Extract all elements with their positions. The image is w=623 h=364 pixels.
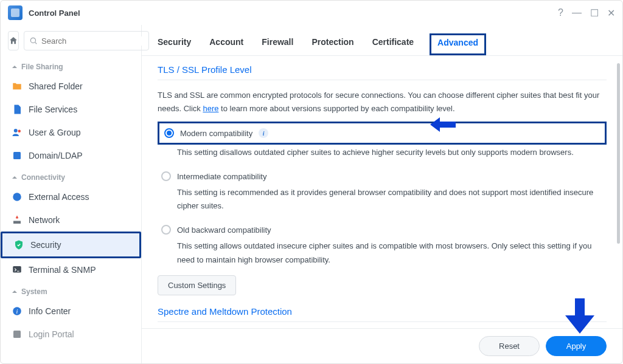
portal-icon xyxy=(12,329,23,340)
radio-intermediate-compatibility[interactable]: Intermediate compatibility xyxy=(161,168,607,185)
info-icon: i xyxy=(12,306,23,317)
old-desc: This setting allows outdated insecure ci… xyxy=(177,239,607,266)
sidebar-item-domain-ldap[interactable]: Domain/LDAP xyxy=(1,144,141,167)
sidebar-item-user-group[interactable]: User & Group xyxy=(1,121,141,144)
sidebar-item-terminal-snmp[interactable]: Terminal & SNMP xyxy=(1,258,141,281)
tab-security[interactable]: Security xyxy=(155,33,193,55)
tab-bar: Security Account Firewall Protection Cer… xyxy=(142,25,622,56)
svg-point-3 xyxy=(18,130,21,133)
modern-desc: This setting disallows outdated cipher s… xyxy=(177,146,607,159)
tab-firewall[interactable]: Firewall xyxy=(259,33,296,55)
tab-account[interactable]: Account xyxy=(207,33,246,55)
svg-point-2 xyxy=(14,129,18,132)
svg-rect-7 xyxy=(13,266,21,273)
radio-icon xyxy=(164,128,174,138)
sidebar-item-security[interactable]: Security xyxy=(1,232,141,258)
file-icon xyxy=(12,104,23,115)
apply-button[interactable]: Apply xyxy=(546,336,607,356)
directory-icon xyxy=(12,150,23,161)
footer: Reset Apply xyxy=(142,328,622,363)
svg-point-5 xyxy=(13,193,21,201)
sidebar: File Sharing Shared Folder File Services… xyxy=(1,25,142,363)
chevron-up-icon xyxy=(12,289,18,295)
close-icon[interactable]: ✕ xyxy=(607,7,615,19)
tab-advanced[interactable]: Advanced xyxy=(430,33,486,55)
radio-modern-compatibility[interactable]: Modern compatibility i xyxy=(158,122,607,145)
sidebar-item-file-services[interactable]: File Services xyxy=(1,98,141,121)
reset-button[interactable]: Reset xyxy=(479,336,540,356)
intermediate-desc: This setting is recommended as it provid… xyxy=(177,186,607,213)
content-area: TLS / SSL Profile Level TLS and SSL are … xyxy=(142,56,622,328)
svg-rect-10 xyxy=(13,331,21,338)
chevron-up-icon xyxy=(12,174,18,180)
tab-certificate[interactable]: Certificate xyxy=(370,33,416,55)
maximize-icon[interactable]: ☐ xyxy=(590,7,599,19)
search-icon xyxy=(29,36,38,45)
sidebar-item-shared-folder[interactable]: Shared Folder xyxy=(1,75,141,98)
search-input[interactable] xyxy=(41,36,144,46)
search-box[interactable] xyxy=(24,31,149,50)
globe-icon xyxy=(12,191,23,202)
tls-section-title: TLS / SSL Profile Level xyxy=(158,64,607,75)
svg-line-1 xyxy=(35,43,37,44)
titlebar: Control Panel ? — ☐ ✕ xyxy=(1,1,622,25)
terminal-icon xyxy=(12,264,23,275)
radio-icon xyxy=(161,171,171,181)
learn-more-link[interactable]: here xyxy=(203,104,218,113)
sidebar-item-login-portal[interactable]: Login Portal xyxy=(1,323,141,346)
main-panel: Security Account Firewall Protection Cer… xyxy=(142,25,622,363)
home-button[interactable] xyxy=(8,31,19,50)
svg-rect-6 xyxy=(13,221,21,224)
minimize-icon[interactable]: — xyxy=(572,7,582,18)
sidebar-item-external-access[interactable]: External Access xyxy=(1,185,141,208)
scrollbar-thumb[interactable] xyxy=(617,63,620,244)
section-file-sharing[interactable]: File Sharing xyxy=(1,57,141,75)
app-icon xyxy=(8,5,23,20)
sidebar-item-network[interactable]: Network xyxy=(1,208,141,232)
tab-protection[interactable]: Protection xyxy=(309,33,356,55)
custom-settings-button[interactable]: Custom Settings xyxy=(158,275,236,295)
users-icon xyxy=(12,127,23,138)
network-icon xyxy=(12,215,23,225)
chevron-up-icon xyxy=(12,64,18,70)
scrollbar[interactable] xyxy=(617,63,620,321)
svg-text:i: i xyxy=(16,308,18,315)
radio-old-compatibility[interactable]: Old backward compatibility xyxy=(161,221,607,238)
spectre-section-title: Spectre and Meltdown Protection xyxy=(158,306,607,317)
section-system[interactable]: System xyxy=(1,281,141,300)
shield-icon xyxy=(13,239,24,250)
window-title: Control Panel xyxy=(29,9,558,18)
radio-icon xyxy=(161,225,171,235)
section-connectivity[interactable]: Connectivity xyxy=(1,167,141,185)
svg-point-0 xyxy=(30,38,35,43)
folder-icon xyxy=(12,81,23,92)
sidebar-item-info-center[interactable]: i Info Center xyxy=(1,300,141,323)
home-icon xyxy=(9,36,18,46)
svg-rect-4 xyxy=(13,152,21,159)
tls-description: TLS and SSL are common encrypted protoco… xyxy=(158,89,607,115)
info-badge-icon[interactable]: i xyxy=(259,128,268,138)
help-icon[interactable]: ? xyxy=(558,7,563,18)
control-panel-window: Control Panel ? — ☐ ✕ File Sharing xyxy=(0,0,623,364)
